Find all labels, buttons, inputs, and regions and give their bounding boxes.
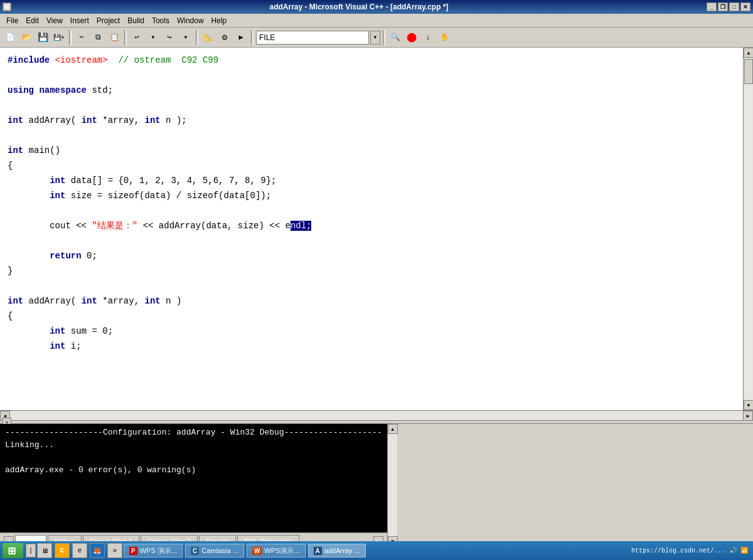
output-scroll-up[interactable]: ▲ xyxy=(388,424,398,434)
cam-icon: C xyxy=(191,547,199,555)
hscroll-right-btn[interactable]: ► xyxy=(743,411,753,421)
cut-btn[interactable]: ✂ xyxy=(74,30,89,45)
restore-btn[interactable]: ❐ xyxy=(718,3,728,11)
editor-hscrollbar[interactable]: ◄ ► xyxy=(0,410,753,420)
quick-launch-sep: | xyxy=(26,544,36,557)
run-btn[interactable]: ▶ xyxy=(233,30,248,45)
wps2-label: WPS演示... xyxy=(264,546,299,556)
output-scroll-track[interactable] xyxy=(388,434,397,536)
hscroll-track[interactable] xyxy=(10,411,743,420)
toolbar-sep3 xyxy=(196,30,198,45)
copy-btn[interactable]: ⧉ xyxy=(90,30,105,45)
scroll-track[interactable] xyxy=(744,58,753,400)
output-text: --------------------Configuration: addAr… xyxy=(0,424,387,532)
paste-btn[interactable]: 📋 xyxy=(107,30,122,45)
taskbar-icon-monitor[interactable]: 🖥 xyxy=(37,543,52,558)
minimize-btn[interactable]: _ xyxy=(707,3,717,11)
taskbar-wps2[interactable]: W WPS演示... xyxy=(247,544,306,557)
menu-view[interactable]: View xyxy=(43,15,67,26)
system-tray: https://blog.csdn.net/... 🔊 📶 xyxy=(631,547,750,554)
output-line2: Linking... xyxy=(5,440,54,450)
menu-bar: File Edit View Insert Project Build Tool… xyxy=(0,14,753,28)
tray-url: https://blog.csdn.net/... xyxy=(631,547,725,554)
menu-build[interactable]: Build xyxy=(124,15,148,26)
close-btn[interactable]: ✕ xyxy=(740,3,750,11)
output-vscrollbar[interactable]: ▲ ▼ xyxy=(387,424,397,546)
addarray-icon: A xyxy=(314,547,322,555)
editor-area: #include <iostream> // ostream C92 C99 u… xyxy=(0,48,753,410)
config-dropdown[interactable]: FILE xyxy=(256,31,369,45)
system-clock: 🔊 📶 xyxy=(727,547,750,554)
taskbar-icon-c[interactable]: C xyxy=(55,543,70,558)
wps1-label: WPS 演示... xyxy=(140,546,177,556)
undo-dropdown-btn[interactable]: ▼ xyxy=(146,30,161,45)
addarray-label: addArray ... xyxy=(324,547,360,554)
output-line4: addArray.exe - 0 error(s), 0 warning(s) xyxy=(5,465,196,475)
taskbar-icon-ff[interactable]: 🦊 xyxy=(90,543,105,558)
find-btn[interactable]: 🔍 xyxy=(388,30,403,45)
toolbar-sep1 xyxy=(69,30,72,45)
taskbar-items: P WPS 演示... C Camtasia ... W WPS演示... A … xyxy=(124,544,631,557)
save-all-btn[interactable]: 💾+ xyxy=(51,30,67,45)
menu-window[interactable]: Window xyxy=(173,15,208,26)
title-bar: ⊞ addArray - Microsoft Visual C++ - [add… xyxy=(0,0,753,14)
taskbar-icon-extra[interactable]: » xyxy=(107,543,122,558)
toolbar-sep5 xyxy=(383,30,385,45)
undo-btn[interactable]: ↩ xyxy=(129,30,144,45)
taskbar: ⊞ | 🖥 C e 🦊 » P WPS 演示... C Camtasia ...… xyxy=(0,541,753,560)
taskbar-addarray[interactable]: A addArray ... xyxy=(308,544,366,557)
start-button[interactable]: ⊞ xyxy=(3,543,23,558)
scroll-down-btn[interactable]: ▼ xyxy=(744,400,753,410)
taskbar-wps1[interactable]: P WPS 演示... xyxy=(124,544,183,557)
new-file-btn[interactable]: 📄 xyxy=(3,30,18,45)
output-panel: --------------------Configuration: addAr… xyxy=(0,424,387,546)
output-line1: --------------------Configuration: addAr… xyxy=(5,428,382,437)
taskbar-icon-ie[interactable]: e xyxy=(72,543,87,558)
menu-project[interactable]: Project xyxy=(93,15,124,26)
open-file-btn[interactable]: 📂 xyxy=(19,30,34,45)
scroll-thumb[interactable] xyxy=(744,59,753,84)
breakpoint-btn[interactable]: ⬤ xyxy=(404,30,419,45)
wps1-icon: P xyxy=(129,547,137,555)
menu-help[interactable]: Help xyxy=(208,15,231,26)
window-controls: _ ❐ □ ✕ xyxy=(707,3,750,11)
menu-insert[interactable]: Insert xyxy=(67,15,93,26)
compile-btn[interactable]: 📐 xyxy=(201,30,216,45)
step-btn[interactable]: ↓ xyxy=(420,30,435,45)
toolbar-sep2 xyxy=(124,30,127,45)
build-btn[interactable]: ⚙ xyxy=(217,30,232,45)
save-btn[interactable]: 💾 xyxy=(35,30,50,45)
hand-btn[interactable]: ✋ xyxy=(437,30,452,45)
scroll-up-btn[interactable]: ▲ xyxy=(744,48,753,58)
wps2-icon: W xyxy=(252,547,262,555)
config-dropdown-arrow[interactable]: ▼ xyxy=(370,31,380,45)
menu-edit[interactable]: Edit xyxy=(22,15,43,26)
editor-vscrollbar[interactable]: ▲ ▼ xyxy=(743,48,753,410)
toolbar-sep4 xyxy=(251,30,254,45)
output-wrapper: --------------------Configuration: addAr… xyxy=(0,424,753,546)
menu-tools[interactable]: Tools xyxy=(148,15,173,26)
maximize-btn[interactable]: □ xyxy=(729,3,739,11)
redo-btn[interactable]: ↪ xyxy=(162,30,177,45)
menu-file[interactable]: File xyxy=(3,15,22,26)
redo-dropdown-btn[interactable]: ▼ xyxy=(178,30,193,45)
toolbar: 📄 📂 💾 💾+ ✂ ⧉ 📋 ↩ ▼ ↪ ▼ 📐 ⚙ ▶ FILE ▼ 🔍 ⬤ … xyxy=(0,28,753,48)
code-editor[interactable]: #include <iostream> // ostream C92 C99 u… xyxy=(0,48,743,410)
cam-label: Camtasia ... xyxy=(201,547,238,554)
app-icon: ⊞ xyxy=(3,3,11,11)
window-title: addArray - Microsoft Visual C++ - [addAr… xyxy=(11,3,707,11)
main-container: #include <iostream> // ostream C92 C99 u… xyxy=(0,48,753,560)
taskbar-camtasia[interactable]: C Camtasia ... xyxy=(185,544,244,557)
